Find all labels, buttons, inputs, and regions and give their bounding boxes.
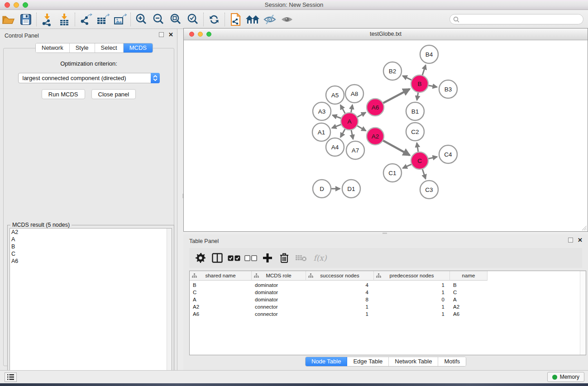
- export-table-icon[interactable]: [94, 12, 111, 27]
- resize-grip-icon[interactable]: [581, 224, 587, 230]
- refresh-icon[interactable]: [206, 12, 223, 27]
- table-cell[interactable]: 4: [306, 289, 368, 296]
- delete-row-trash-icon[interactable]: [276, 250, 292, 266]
- network-zoom-button[interactable]: [206, 32, 211, 37]
- table-cell[interactable]: A2: [193, 303, 250, 310]
- edge-A-A2[interactable]: [356, 125, 366, 131]
- table-cell[interactable]: 1: [374, 289, 445, 296]
- table-cell[interactable]: 8: [306, 296, 368, 303]
- save-session-icon[interactable]: [17, 12, 34, 27]
- table-cell[interactable]: A2: [453, 303, 486, 310]
- edge-A6-B[interactable]: [382, 89, 410, 104]
- tab-style[interactable]: Style: [70, 43, 95, 52]
- network-graph[interactable]: B4B2BB3B1A6A5A8A3AA1A4A7A2C2C4CC1C3DD1: [184, 40, 588, 231]
- table-cell[interactable]: B: [453, 281, 486, 289]
- table-cell[interactable]: 1: [374, 310, 445, 318]
- tab-select[interactable]: Select: [95, 43, 124, 52]
- select-all-checkboxes-icon[interactable]: [225, 250, 242, 266]
- edge-A-A1[interactable]: [332, 124, 342, 128]
- import-table-icon[interactable]: [56, 12, 73, 27]
- edge-A-A5[interactable]: [340, 105, 346, 114]
- zoom-in-icon[interactable]: [133, 12, 150, 27]
- column-header-successor-nodes[interactable]: successor nodes: [306, 271, 374, 281]
- column-header-name[interactable]: name: [450, 271, 488, 281]
- table-cell[interactable]: connector: [255, 303, 305, 310]
- export-image-icon[interactable]: [111, 12, 129, 27]
- minimize-window-button[interactable]: [14, 2, 19, 8]
- edge-B-B2[interactable]: [403, 76, 413, 81]
- column-header-MCDS-role[interactable]: MCDS role: [252, 271, 306, 281]
- search-input[interactable]: [462, 15, 583, 24]
- table-cell[interactable]: dominator: [255, 296, 305, 303]
- edge-C-C1[interactable]: [403, 164, 413, 168]
- tab-network-table[interactable]: Network Table: [389, 357, 438, 366]
- mcds-result-item[interactable]: B: [10, 243, 172, 250]
- export-network-icon[interactable]: [77, 12, 94, 27]
- table-cell[interactable]: 1: [306, 303, 368, 310]
- zoom-selected-icon[interactable]: [184, 12, 201, 27]
- tab-edge-table[interactable]: Edge Table: [347, 357, 389, 366]
- tab-network[interactable]: Network: [36, 43, 70, 52]
- mcds-list-scrollbar[interactable]: [167, 229, 172, 379]
- edge-C-C4[interactable]: [427, 157, 437, 159]
- edge-B-B3[interactable]: [427, 85, 437, 87]
- table-cell[interactable]: 1: [306, 310, 368, 318]
- network-close-button[interactable]: [189, 32, 194, 37]
- hide-selected-eye-icon[interactable]: [261, 12, 278, 27]
- mcds-result-item[interactable]: A2: [10, 229, 172, 236]
- edge-A-A7[interactable]: [351, 129, 353, 139]
- table-scrollbar[interactable]: [580, 271, 586, 355]
- network-window-controls[interactable]: [189, 32, 211, 37]
- float-panel-icon[interactable]: [159, 32, 164, 37]
- mcds-result-item[interactable]: C: [10, 250, 172, 257]
- table-cell[interactable]: 1: [374, 281, 445, 289]
- close-panel-button[interactable]: Close panel: [91, 89, 136, 99]
- tab-node-table[interactable]: Node Table: [306, 357, 348, 366]
- new-session-from-network-icon[interactable]: [227, 12, 244, 27]
- edge-C-C3[interactable]: [422, 168, 425, 179]
- edge-C-C2[interactable]: [417, 143, 419, 153]
- column-header-predecessor-nodes[interactable]: predecessor nodes: [374, 271, 450, 281]
- table-cell[interactable]: connector: [255, 310, 305, 318]
- network-canvas[interactable]: B4B2BB3B1A6A5A8A3AA1A4A7A2C2C4CC1C3DD1: [184, 40, 588, 231]
- edge-A-A3[interactable]: [333, 115, 342, 119]
- table-cell[interactable]: A6: [193, 310, 250, 318]
- function-builder-icon[interactable]: f(x): [309, 250, 331, 266]
- tab-mcds[interactable]: MCDS: [124, 43, 153, 52]
- close-window-button[interactable]: [5, 2, 10, 8]
- network-minimize-button[interactable]: [198, 32, 203, 37]
- table-cell[interactable]: A: [453, 296, 486, 303]
- memory-button[interactable]: Memory: [547, 372, 584, 382]
- open-session-icon[interactable]: [0, 12, 17, 27]
- delete-table-icon[interactable]: [292, 250, 309, 266]
- table-cell[interactable]: dominator: [255, 289, 305, 296]
- edge-A2-C[interactable]: [382, 140, 410, 155]
- zoom-out-icon[interactable]: [150, 12, 167, 27]
- table-cell[interactable]: C: [453, 289, 486, 296]
- mcds-result-item[interactable]: A: [10, 236, 172, 243]
- table-close-panel-icon[interactable]: ✕: [578, 238, 583, 243]
- mcds-result-item[interactable]: A6: [10, 257, 172, 265]
- table-float-panel-icon[interactable]: [568, 238, 573, 243]
- column-header-shared-name[interactable]: shared name: [190, 271, 252, 281]
- task-history-button[interactable]: [5, 372, 17, 382]
- horizontal-split-handle[interactable]: [382, 233, 387, 234]
- zoom-window-button[interactable]: [23, 2, 28, 8]
- split-columns-icon[interactable]: [209, 250, 225, 266]
- show-all-eye-icon[interactable]: [278, 12, 296, 27]
- zoom-fit-icon[interactable]: [167, 12, 184, 27]
- table-cell[interactable]: A6: [453, 310, 486, 318]
- table-cell[interactable]: B: [193, 281, 250, 289]
- import-network-icon[interactable]: [38, 12, 56, 27]
- mcds-result-list[interactable]: A2ABCA6: [10, 228, 172, 379]
- home-layout-icon[interactable]: [244, 12, 261, 27]
- window-controls[interactable]: [5, 2, 28, 8]
- add-row-plus-icon[interactable]: [259, 250, 276, 266]
- criterion-dropdown[interactable]: largest connected component (directed): [18, 73, 160, 83]
- table-cell[interactable]: A: [193, 296, 250, 303]
- edge-A-A6[interactable]: [356, 112, 366, 117]
- table-cell[interactable]: dominator: [255, 281, 305, 289]
- table-settings-gear-icon[interactable]: [192, 250, 209, 266]
- search-field[interactable]: [449, 14, 583, 24]
- network-window-titlebar[interactable]: testGlobe.txt: [184, 29, 588, 40]
